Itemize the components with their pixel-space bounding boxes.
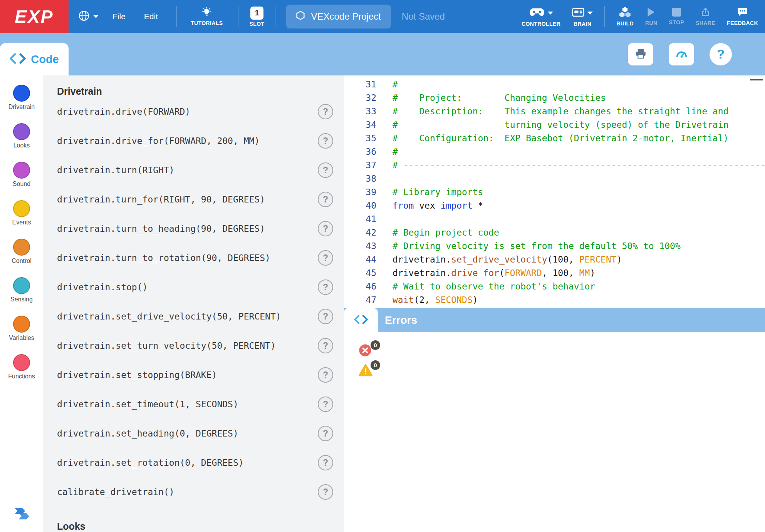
- category-events[interactable]: Events: [0, 200, 43, 239]
- category-sensing[interactable]: Sensing: [0, 277, 43, 316]
- command-help-button[interactable]: ?: [318, 192, 333, 207]
- toolbox-command-row[interactable]: drivetrain.stop()?: [57, 273, 333, 302]
- code-line[interactable]: 38: [344, 172, 765, 186]
- command-help-button[interactable]: ?: [318, 133, 333, 149]
- command-help-button[interactable]: ?: [318, 104, 333, 119]
- command-help-button[interactable]: ?: [318, 484, 333, 500]
- dashboard-button[interactable]: [669, 43, 694, 65]
- menu-edit[interactable]: Edit: [144, 12, 158, 21]
- run-button[interactable]: RUN: [645, 7, 658, 26]
- toolbox-command-row[interactable]: drivetrain.set_heading(0, DEGREES)?: [57, 419, 333, 448]
- command-help-button[interactable]: ?: [318, 250, 333, 266]
- toolbox-command-row[interactable]: drivetrain.set_stopping(BRAKE)?: [57, 360, 333, 390]
- category-functions[interactable]: Functions: [0, 354, 43, 393]
- code-line[interactable]: 36#: [344, 145, 765, 159]
- toolbox-command-row[interactable]: drivetrain.turn(RIGHT)?: [57, 156, 333, 185]
- stop-button[interactable]: STOP: [669, 8, 684, 25]
- slot-button[interactable]: 1 SLOT: [249, 7, 264, 27]
- command-text[interactable]: drivetrain.set_heading(0, DEGREES): [57, 428, 238, 438]
- category-looks[interactable]: Looks: [0, 123, 43, 162]
- tab-errors[interactable]: [344, 308, 378, 332]
- brain-button[interactable]: BRAIN: [572, 7, 593, 27]
- code-line[interactable]: 41: [344, 212, 765, 226]
- code-line[interactable]: 34# turning velocity (speed) of the Driv…: [344, 118, 765, 132]
- command-text[interactable]: drivetrain.set_stopping(BRAKE): [57, 370, 217, 380]
- build-button[interactable]: BUILD: [616, 7, 634, 27]
- share-button[interactable]: SHARE: [696, 7, 715, 26]
- top-toolbar: EXP File Edit: [0, 0, 765, 33]
- menu-file[interactable]: File: [112, 12, 126, 21]
- project-name-button[interactable]: VEXcode Project: [286, 5, 391, 28]
- toolbox-command-row[interactable]: drivetrain.set_rotation(0, DEGREES)?: [57, 448, 333, 477]
- tutorials-button[interactable]: TUTORIALS: [191, 7, 223, 26]
- gauge-icon: [675, 47, 688, 62]
- line-content: # Driving velocity is set from the defau…: [393, 239, 681, 253]
- code-line[interactable]: 40from vex import *: [344, 199, 765, 212]
- code-line[interactable]: 43# Driving velocity is set from the def…: [344, 239, 765, 253]
- code-line[interactable]: 45drivetrain.drive_for(FORWARD, 100, MM): [344, 266, 765, 280]
- category-control[interactable]: Control: [0, 239, 43, 277]
- command-help-button[interactable]: ?: [318, 221, 333, 236]
- toolbox-command-row[interactable]: drivetrain.drive_for(FORWARD, 200, MM)?: [57, 126, 333, 156]
- command-help-button[interactable]: ?: [318, 426, 333, 441]
- category-sound[interactable]: Sound: [0, 162, 43, 200]
- command-text[interactable]: drivetrain.stop(): [57, 282, 148, 292]
- print-button[interactable]: [628, 43, 653, 65]
- command-toolbox: Drivetraindrivetrain.drive(FORWARD)?driv…: [43, 75, 344, 532]
- help-button[interactable]: ?: [710, 43, 732, 65]
- code-line[interactable]: 35# Configuration: EXP Basebot (Drivetra…: [344, 132, 765, 145]
- command-help-button[interactable]: ?: [318, 367, 333, 383]
- command-help-button[interactable]: ?: [318, 162, 333, 178]
- category-drivetrain[interactable]: Drivetrain: [0, 85, 43, 123]
- category-label: Sensing: [10, 296, 33, 303]
- code-line[interactable]: 33# Description: This example changes th…: [344, 105, 765, 118]
- code-line[interactable]: 37# ------------------------------------…: [344, 159, 765, 172]
- command-help-button[interactable]: ?: [318, 455, 333, 470]
- toolbox-command-row[interactable]: drivetrain.drive(FORWARD)?: [57, 97, 333, 126]
- command-text[interactable]: drivetrain.set_timeout(1, SECONDS): [57, 399, 238, 409]
- code-line[interactable]: 44drivetrain.set_drive_velocity(100, PER…: [344, 253, 765, 266]
- code-editor[interactable]: 31#32# Project: Changing Velocities33# D…: [344, 75, 765, 308]
- controller-button[interactable]: CONTROLLER: [522, 7, 560, 27]
- toolbox-command-row[interactable]: drivetrain.set_drive_velocity(50, PERCEN…: [57, 302, 333, 331]
- errors-panel-header[interactable]: Errors: [344, 308, 765, 332]
- code-line[interactable]: 39# Library imports: [344, 186, 765, 199]
- command-text[interactable]: drivetrain.turn_to_heading(90, DEGREES): [57, 224, 265, 234]
- code-line[interactable]: 31#: [344, 78, 765, 91]
- language-menu-button[interactable]: [78, 10, 99, 23]
- command-text[interactable]: drivetrain.set_turn_velocity(50, PERCENT…: [57, 341, 276, 351]
- toolbox-collapse-button[interactable]: [13, 507, 30, 523]
- command-text[interactable]: drivetrain.drive(FORWARD): [57, 107, 190, 117]
- code-line[interactable]: 46# Wait to observe the robot's behavior: [344, 280, 765, 293]
- tab-code[interactable]: Code: [0, 43, 69, 75]
- command-text[interactable]: calibrate_drivetrain(): [57, 487, 174, 497]
- line-content: # Library imports: [393, 186, 483, 199]
- command-help-button[interactable]: ?: [318, 396, 333, 412]
- category-variables[interactable]: Variables: [0, 316, 43, 354]
- command-help-button[interactable]: ?: [318, 309, 333, 324]
- command-text[interactable]: drivetrain.turn_to_rotation(90, DEGREES): [57, 253, 270, 263]
- feedback-button[interactable]: FEEDBACK: [727, 7, 758, 26]
- toolbox-command-row[interactable]: drivetrain.set_turn_velocity(50, PERCENT…: [57, 331, 333, 360]
- code-tab-label: Code: [31, 53, 59, 66]
- command-text[interactable]: drivetrain.set_drive_velocity(50, PERCEN…: [57, 311, 281, 321]
- command-help-button[interactable]: ?: [318, 338, 333, 353]
- line-content: # Project: Changing Velocities: [393, 91, 606, 105]
- command-text[interactable]: drivetrain.turn(RIGHT): [57, 165, 174, 175]
- line-number: 37: [344, 159, 376, 172]
- toolbox-command-row[interactable]: drivetrain.turn_to_rotation(90, DEGREES)…: [57, 243, 333, 273]
- command-text[interactable]: drivetrain.set_rotation(0, DEGREES): [57, 458, 244, 468]
- toolbox-command-row[interactable]: drivetrain.turn_for(RIGHT, 90, DEGREES)?: [57, 185, 333, 214]
- toolbox-command-row[interactable]: drivetrain.turn_to_heading(90, DEGREES)?: [57, 214, 333, 243]
- command-text[interactable]: drivetrain.turn_for(RIGHT, 90, DEGREES): [57, 194, 265, 204]
- command-help-button[interactable]: ?: [318, 279, 333, 295]
- command-text[interactable]: drivetrain.drive_for(FORWARD, 200, MM): [57, 136, 260, 146]
- code-line[interactable]: 32# Project: Changing Velocities: [344, 91, 765, 105]
- toolbox-command-row[interactable]: calibrate_drivetrain()?: [57, 477, 333, 507]
- code-line[interactable]: 42# Begin project code: [344, 226, 765, 239]
- editor-scrollbar[interactable]: [750, 79, 763, 80]
- sound-category-icon: [13, 162, 30, 179]
- category-label: Functions: [8, 373, 35, 380]
- toolbox-command-row[interactable]: drivetrain.set_timeout(1, SECONDS)?: [57, 390, 333, 419]
- code-line[interactable]: 47wait(2, SECONDS): [344, 293, 765, 307]
